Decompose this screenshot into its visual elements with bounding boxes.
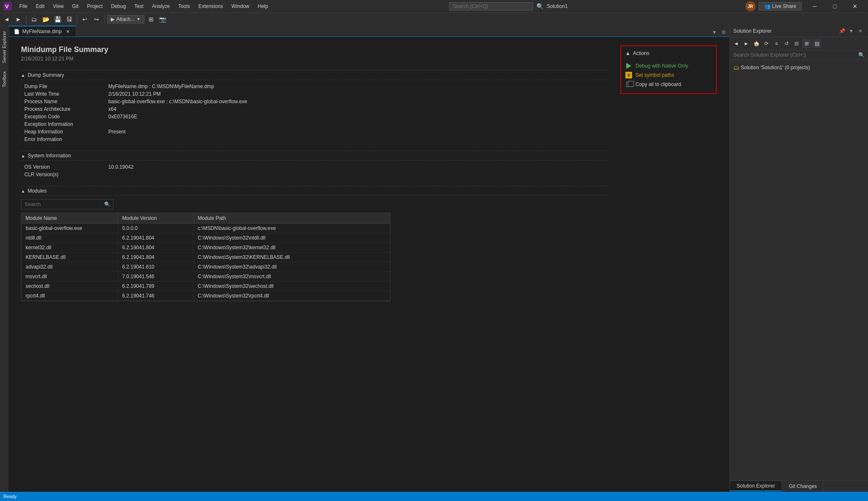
menu-test[interactable]: Test — [131, 3, 147, 10]
symbol-icon: S — [625, 72, 632, 78]
title-bar: V File Edit View Git Project Debug Test … — [0, 0, 868, 13]
debug-native-action[interactable]: Debug with Native Only — [625, 61, 712, 70]
toolbar-btn-extra1[interactable]: ⊞ — [146, 14, 156, 24]
table-body: basic-global-overflow.exe 0.0.0.0 c:\MSD… — [21, 224, 390, 301]
main-layout: Server Explorer Toolbox 📄 MyFileName.dmp… — [0, 25, 868, 492]
copy-clipboard-action[interactable]: Copy all to clipboard — [625, 80, 712, 89]
menu-file[interactable]: File — [16, 3, 31, 10]
menu-window[interactable]: Window — [228, 3, 253, 10]
table-row[interactable]: ntdll.dll 6.2.19041.804 C:\Windows\Syste… — [21, 233, 390, 243]
dump-summary-section: ▲ Dump Summary Dump File MyFileName.dmp … — [21, 70, 608, 142]
solution-explorer-content: 🗂 Solution 'Solution1' (0 projects) — [730, 60, 868, 480]
dump-summary-header[interactable]: ▲ Dump Summary — [21, 70, 608, 80]
table-row[interactable]: rpcrt4.dll 6.2.19041.746 C:\Windows\Syst… — [21, 291, 390, 301]
se-tool-active-1[interactable]: ⊞ — [802, 39, 811, 48]
attach-label: Attach... — [116, 16, 135, 22]
toolbar-new-project-btn[interactable]: 🗂 — [29, 14, 39, 24]
module-version-3: 6.2.19041.804 — [118, 253, 193, 262]
table-row[interactable]: KERNELBASE.dll 6.2.19041.804 C:\Windows\… — [21, 253, 390, 262]
menu-tools[interactable]: Tools — [175, 3, 193, 10]
menu-view[interactable]: View — [50, 3, 67, 10]
module-version-2: 6.2.19041.804 — [118, 243, 193, 252]
git-changes-bottom-tab[interactable]: Git Changes — [782, 482, 824, 491]
se-tool-active-2[interactable]: ▤ — [812, 39, 821, 48]
table-row[interactable]: advapi32.dll 6.2.19041.610 C:\Windows\Sy… — [21, 262, 390, 272]
menu-help[interactable]: Help — [254, 3, 272, 10]
dump-field-label-0: Dump File — [24, 84, 108, 89]
module-name-6: sechost.dll — [21, 282, 118, 291]
toolbar-open-btn[interactable]: 📂 — [41, 14, 51, 24]
se-tool-refresh[interactable]: ↺ — [782, 39, 791, 48]
toolbar-redo-btn[interactable]: ↪ — [92, 14, 102, 24]
modules-search-input[interactable] — [21, 200, 102, 209]
se-tool-forward[interactable]: ► — [742, 39, 751, 48]
se-close-button[interactable]: ✕ — [856, 27, 865, 35]
menu-debug[interactable]: Debug — [108, 3, 129, 10]
se-tool-back[interactable]: ◄ — [732, 39, 741, 48]
system-info-header[interactable]: ▲ System Information — [21, 151, 608, 161]
tab-settings-btn[interactable]: ⚙ — [719, 28, 728, 37]
module-name-5: msvcrt.dll — [21, 272, 118, 281]
menu-project[interactable]: Project — [84, 3, 106, 10]
solution-explorer-search: 🔍 — [730, 50, 868, 60]
toolbar-forward-btn[interactable]: ► — [13, 14, 24, 24]
live-share-label: Live Share — [772, 3, 796, 9]
sys-field-value-1 — [108, 172, 608, 177]
menu-edit[interactable]: Edit — [32, 3, 48, 10]
solution-tree-item[interactable]: 🗂 Solution 'Solution1' (0 projects) — [732, 63, 866, 72]
debug-native-label: Debug with Native Only — [635, 63, 688, 69]
server-explorer-tab[interactable]: Server Explorer — [0, 27, 8, 67]
solution-explorer-bottom-tab[interactable]: Solution Explorer — [730, 481, 782, 491]
dump-field-label-5: Exception Information — [24, 121, 108, 127]
solution-label: Solution 'Solution1' (0 projects) — [741, 65, 810, 70]
vs-logo-icon: V — [3, 2, 12, 10]
module-path-3: C:\Windows\System32\KERNELBASE.dll — [193, 253, 390, 262]
menu-analyze[interactable]: Analyze — [149, 3, 173, 10]
module-path-6: C:\Windows\System32\sechost.dll — [193, 282, 390, 291]
toolbar-save-all-btn[interactable]: 🖫 — [64, 14, 74, 24]
menu-extensions[interactable]: Extensions — [195, 3, 227, 10]
minimize-button[interactable]: ─ — [805, 0, 824, 13]
toolbox-tab[interactable]: Toolbox — [0, 67, 8, 91]
module-path-2: C:\Windows\System32\kernel32.dll — [193, 243, 390, 252]
dump-field-label-7: Error Information — [24, 136, 108, 142]
se-tool-filter[interactable]: ≡ — [772, 39, 781, 48]
active-tab[interactable]: 📄 MyFileName.dmp ✕ — [8, 26, 76, 37]
table-row[interactable]: basic-global-overflow.exe 0.0.0.0 c:\MSD… — [21, 224, 390, 233]
se-dropdown-button[interactable]: ▼ — [847, 27, 855, 35]
table-row[interactable]: sechost.dll 6.2.19041.789 C:\Windows\Sys… — [21, 282, 390, 291]
toolbar-btn-extra2[interactable]: 📷 — [158, 14, 168, 24]
table-row[interactable]: kernel32.dll 6.2.19041.804 C:\Windows\Sy… — [21, 243, 390, 253]
col-header-path: Module Path — [193, 213, 390, 223]
system-info-title: System Information — [28, 153, 71, 159]
solution-explorer-search-input[interactable] — [733, 52, 858, 58]
modules-header[interactable]: ▲ Modules — [21, 186, 608, 196]
maximize-button[interactable]: □ — [825, 0, 844, 13]
close-button[interactable]: ✕ — [845, 0, 865, 13]
user-avatar: JR — [745, 1, 756, 11]
tab-close-button[interactable]: ✕ — [64, 28, 71, 35]
dump-field-value-7 — [108, 136, 608, 142]
toolbar-back-btn[interactable]: ◄ — [2, 14, 12, 24]
se-tool-sync[interactable]: ⟳ — [762, 39, 771, 48]
se-pin-button[interactable]: 📌 — [838, 27, 846, 35]
global-search-input[interactable] — [449, 2, 533, 10]
set-symbol-label: Set symbol paths — [635, 72, 674, 78]
module-path-5: C:\Windows\System32\msvcrt.dll — [193, 272, 390, 281]
toolbar-undo-btn[interactable]: ↩ — [80, 14, 90, 24]
solution-explorer-toolbar: ◄ ► 🏠 ⟳ ≡ ↺ ⊟ ⊞ ▤ — [730, 37, 868, 50]
toolbar-save-btn[interactable]: 💾 — [52, 14, 63, 24]
attach-button[interactable]: ▶ Attach... ▼ — [107, 15, 144, 23]
module-version-7: 6.2.19041.746 — [118, 291, 193, 300]
set-symbol-paths-action[interactable]: S Set symbol paths — [625, 70, 712, 80]
tab-dropdown-btn[interactable]: ▼ — [710, 28, 719, 37]
se-tool-collapse[interactable]: ⊟ — [792, 39, 801, 48]
table-row[interactable]: msvcrt.dll 7.0.19041.546 C:\Windows\Syst… — [21, 272, 390, 282]
module-name-4: advapi32.dll — [21, 262, 118, 271]
menu-git[interactable]: Git — [69, 3, 82, 10]
attach-dropdown-arrow: ▼ — [136, 17, 141, 21]
solution-explorer-search-icon[interactable]: 🔍 — [858, 52, 865, 58]
live-share-button[interactable]: 👥 Live Share — [759, 2, 802, 10]
solution-explorer-header: Solution Explorer 📌 ▼ ✕ — [730, 25, 868, 37]
se-tool-home[interactable]: 🏠 — [752, 39, 761, 48]
